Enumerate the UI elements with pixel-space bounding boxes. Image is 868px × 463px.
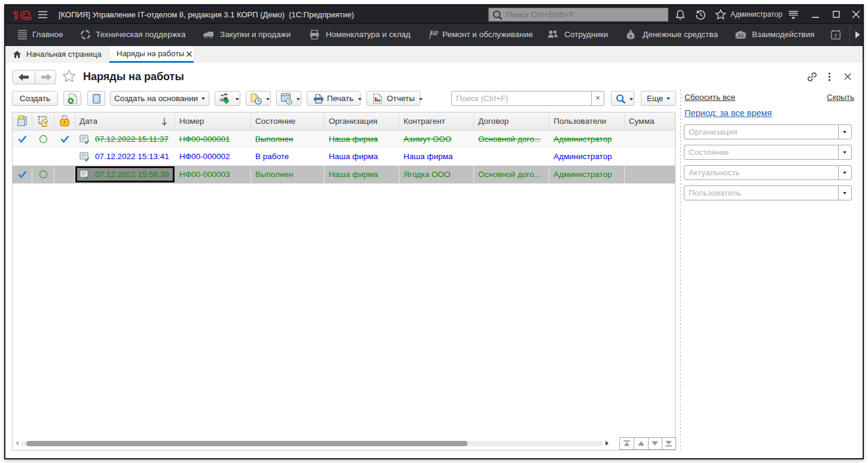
svg-text:s: s — [629, 33, 632, 39]
svg-text:7: 7 — [834, 33, 837, 39]
